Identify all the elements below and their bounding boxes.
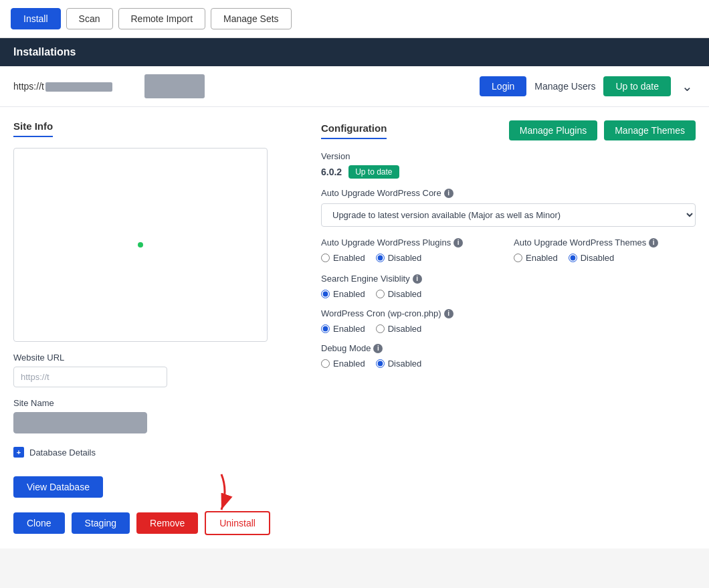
configuration-header: Configuration Manage Plugins Manage Them… (321, 120, 696, 140)
wp-cron-enabled-option[interactable]: Enabled (321, 324, 365, 334)
main-content: Site Info Website URL Site Name + Databa… (0, 107, 709, 549)
installations-header: Installations (0, 38, 709, 66)
database-details-label: Database Details (29, 448, 96, 458)
bottom-action-buttons: Clone Staging Remove Uninstall (13, 511, 294, 535)
chevron-down-button[interactable]: ⌄ (679, 78, 696, 94)
wp-cron-label: WordPress Cron (wp-cron.php) i (321, 308, 696, 318)
site-name-label: Site Name (13, 398, 294, 408)
configuration-title: Configuration (321, 122, 387, 139)
site-url: https://t (13, 81, 134, 92)
left-panel: Site Info Website URL Site Name + Databa… (13, 120, 294, 535)
plugins-radio-group: Auto Upgrade WordPress Plugins i Enabled… (321, 237, 503, 263)
website-url-input[interactable] (13, 367, 167, 387)
wp-cron-radio-options: Enabled Disabled (321, 324, 696, 334)
website-url-label: Website URL (13, 353, 294, 363)
themes-label: Auto Upgrade WordPress Themes i (514, 237, 696, 248)
right-panel: Configuration Manage Plugins Manage Them… (321, 120, 696, 535)
search-engine-label: Search Engine Visiblity i (321, 274, 696, 284)
remove-button[interactable]: Remove (136, 512, 198, 534)
search-engine-radio-options: Enabled Disabled (321, 289, 696, 299)
wp-cron-info-icon[interactable]: i (444, 309, 453, 318)
search-engine-group: Search Engine Visiblity i Enabled Disabl… (321, 274, 696, 299)
search-engine-enabled-option[interactable]: Enabled (321, 289, 365, 299)
manage-plugins-button[interactable]: Manage Plugins (509, 120, 597, 140)
manage-sets-button[interactable]: Manage Sets (211, 8, 292, 29)
uninstall-button[interactable]: Uninstall (205, 511, 270, 535)
manage-themes-button[interactable]: Manage Themes (604, 120, 696, 140)
config-action-buttons: Manage Plugins Manage Themes (509, 120, 696, 140)
plugins-enabled-radio[interactable] (321, 254, 330, 262)
scan-button[interactable]: Scan (66, 8, 113, 29)
debug-mode-group: Debug Mode i Enabled Disabled (321, 343, 696, 369)
database-details-toggle[interactable]: + Database Details (13, 447, 294, 458)
site-info-title: Site Info (13, 120, 53, 137)
debug-disabled-radio[interactable] (376, 359, 385, 368)
debug-enabled-option[interactable]: Enabled (321, 359, 365, 369)
staging-button[interactable]: Staging (72, 512, 130, 534)
themes-radio-group: Auto Upgrade WordPress Themes i Enabled … (514, 237, 696, 263)
plugins-enabled-option[interactable]: Enabled (321, 253, 365, 263)
plugins-label: Auto Upgrade WordPress Plugins i (321, 237, 503, 248)
auto-upgrade-core-select[interactable]: Upgrade to latest version available (Maj… (321, 203, 696, 227)
debug-mode-label: Debug Mode i (321, 343, 696, 353)
clone-button[interactable]: Clone (13, 512, 65, 534)
toolbar: Install Scan Remote Import Manage Sets (0, 0, 709, 38)
version-row: 6.0.2 Up to date (321, 165, 696, 179)
wp-cron-group: WordPress Cron (wp-cron.php) i Enabled D… (321, 308, 696, 334)
config-title-wrap: Configuration (321, 122, 387, 139)
themes-disabled-option[interactable]: Disabled (569, 253, 615, 263)
search-engine-info-icon[interactable]: i (413, 274, 422, 284)
debug-mode-radio-options: Enabled Disabled (321, 359, 696, 369)
wp-cron-enabled-radio[interactable] (321, 324, 330, 333)
version-status-badge: Up to date (348, 165, 399, 179)
uninstall-arrow-container: Uninstall (205, 511, 270, 535)
themes-disabled-radio[interactable] (569, 254, 577, 262)
uptodate-button[interactable]: Up to date (603, 76, 671, 96)
plugins-disabled-radio[interactable] (376, 254, 385, 262)
themes-info-icon[interactable]: i (649, 238, 658, 248)
screenshot-dot (138, 242, 143, 248)
version-label: Version (321, 151, 696, 161)
site-screenshot (13, 148, 268, 342)
auto-upgrade-core-label: Auto Upgrade WordPress Core i (321, 188, 696, 198)
login-button[interactable]: Login (480, 76, 526, 96)
site-name-group: Site Name (13, 398, 294, 433)
plugins-info-icon[interactable]: i (453, 238, 463, 248)
view-database-section: View Database (13, 468, 294, 498)
website-url-group: Website URL (13, 353, 294, 387)
view-database-button[interactable]: View Database (13, 476, 103, 498)
install-button[interactable]: Install (11, 8, 61, 29)
site-name-input[interactable] (13, 412, 147, 433)
plugins-themes-grid: Auto Upgrade WordPress Plugins i Enabled… (321, 237, 696, 263)
remote-import-button[interactable]: Remote Import (118, 8, 206, 29)
debug-enabled-radio[interactable] (321, 359, 330, 368)
installations-title: Installations (13, 46, 76, 58)
version-number: 6.0.2 (321, 167, 342, 177)
themes-enabled-radio[interactable] (514, 254, 522, 262)
debug-disabled-option[interactable]: Disabled (376, 359, 422, 369)
plugins-radio-options: Enabled Disabled (321, 253, 503, 263)
themes-radio-options: Enabled Disabled (514, 253, 696, 263)
site-row: https://t Login Manage Users Up to date … (0, 66, 709, 107)
plugins-disabled-option[interactable]: Disabled (376, 253, 422, 263)
search-engine-enabled-radio[interactable] (321, 290, 330, 298)
wp-cron-disabled-radio[interactable] (376, 324, 385, 333)
manage-users-link[interactable]: Manage Users (534, 81, 595, 92)
wp-cron-disabled-option[interactable]: Disabled (376, 324, 422, 334)
themes-enabled-option[interactable]: Enabled (514, 253, 558, 263)
site-logo (144, 74, 205, 98)
search-engine-disabled-option[interactable]: Disabled (376, 289, 422, 299)
debug-mode-info-icon[interactable]: i (373, 344, 383, 353)
search-engine-disabled-radio[interactable] (376, 290, 385, 298)
plus-icon: + (13, 447, 24, 458)
auto-upgrade-core-info-icon[interactable]: i (444, 189, 453, 198)
site-actions: Login Manage Users Up to date ⌄ (480, 76, 696, 96)
